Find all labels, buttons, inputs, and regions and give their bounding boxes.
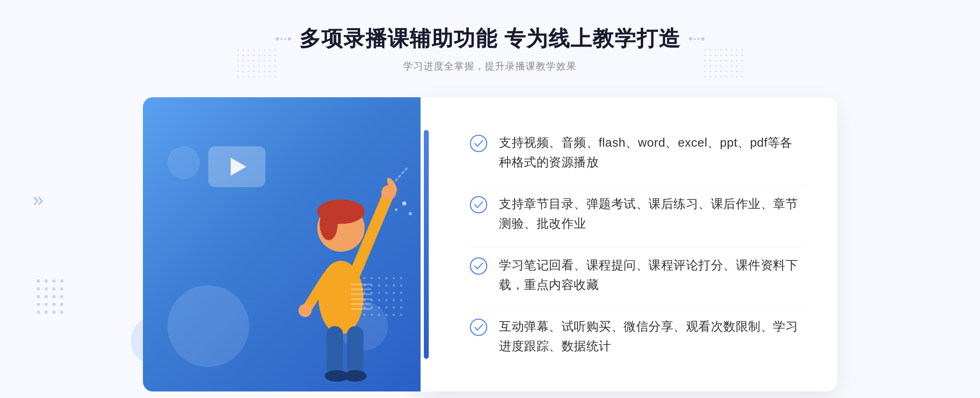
- svg-rect-6: [327, 326, 343, 375]
- content-area: 支持视频、音频、flash、word、excel、ppt、pdf等各种格式的资源…: [143, 97, 837, 391]
- svg-line-13: [395, 167, 408, 181]
- sub-title: 学习进度全掌握，提升录播课教学效果: [276, 60, 704, 73]
- features-panel: 支持视频、音频、flash、word、excel、ppt、pdf等各种格式的资源…: [421, 97, 837, 391]
- main-title: 多项录播课辅助功能 专为线上教学打造: [299, 25, 681, 53]
- svg-point-14: [402, 201, 406, 206]
- title-row: 多项录播课辅助功能 专为线上教学打造: [276, 25, 704, 53]
- svg-point-16: [409, 212, 412, 215]
- svg-point-15: [395, 208, 397, 211]
- title-decorator-right: [689, 37, 704, 40]
- feature-text-4: 互动弹幕、试听购买、微信分享、观看次数限制、学习进度跟踪、数据统计: [499, 317, 804, 356]
- svg-point-11: [298, 304, 312, 317]
- svg-point-20: [470, 319, 487, 335]
- feature-item-4: 互动弹幕、试听购买、微信分享、观看次数限制、学习进度跟踪、数据统计: [470, 308, 804, 364]
- page-wrapper: // Will be rendered by JS » 多项录播课辅助功能 专为…: [0, 0, 980, 398]
- dots-decoration-right: [704, 49, 743, 78]
- feature-item-1: 支持视频、音频、flash、word、excel、ppt、pdf等各种格式的资源…: [470, 125, 804, 180]
- character-illustration: [270, 146, 412, 391]
- dots-decoration-left: // Will be rendered by JS: [237, 49, 276, 78]
- feature-text-3: 学习笔记回看、课程提问、课程评论打分、课件资料下载，重点内容收藏: [499, 255, 804, 295]
- title-decorator-left: [276, 37, 291, 40]
- feature-item-2: 支持章节目录、弹题考试、课后练习、课后作业、章节测验、批改作业: [470, 186, 804, 241]
- play-triangle-icon: [231, 158, 246, 176]
- chevron-decoration: »: [33, 188, 44, 210]
- check-icon-2: [470, 196, 488, 214]
- check-icon-3: [470, 257, 488, 275]
- illustration-panel: [143, 97, 421, 391]
- check-icon-1: [470, 134, 488, 152]
- side-accent-bar: [424, 130, 429, 359]
- stripe-decoration: [351, 284, 372, 310]
- svg-point-19: [470, 258, 487, 274]
- svg-point-9: [344, 370, 367, 382]
- svg-point-3: [320, 208, 338, 240]
- feature-text-1: 支持视频、音频、flash、word、excel、ppt、pdf等各种格式的资源…: [499, 133, 804, 172]
- feature-item-3: 学习笔记回看、课程提问、课程评论打分、课件资料下载，重点内容收藏: [470, 247, 804, 303]
- feature-text-2: 支持章节目录、弹题考试、课后练习、课后作业、章节测验、批改作业: [499, 194, 804, 233]
- circle-decoration-large: [167, 285, 249, 367]
- play-bubble: [208, 146, 265, 187]
- svg-point-18: [470, 197, 487, 213]
- header-section: 多项录播课辅助功能 专为线上教学打造 学习进度全掌握，提升录播课教学效果: [276, 25, 704, 73]
- svg-point-17: [470, 135, 487, 152]
- small-dot-cluster: [37, 279, 66, 316]
- svg-rect-7: [347, 326, 363, 375]
- circle-decoration-small: [167, 146, 200, 179]
- check-icon-4: [470, 318, 488, 336]
